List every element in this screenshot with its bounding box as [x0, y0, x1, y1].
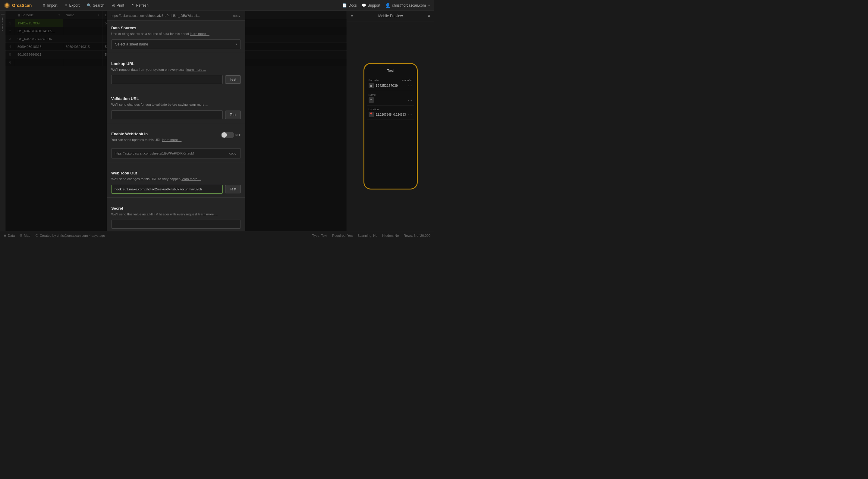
webhook-in-toggle-switch[interactable]: OFF	[221, 132, 241, 138]
settings-modal: https://api.orcascan.com/sheets/dz6-dPmH…	[107, 11, 245, 231]
webhook-out-input[interactable]	[111, 185, 223, 194]
sheet-name-select-wrapper: Select a sheet name	[111, 39, 241, 49]
mobile-preview-area: Test Barcode scanning ▦ 194252157039 ···	[347, 21, 434, 231]
webhook-out-test-button[interactable]: Test	[225, 185, 241, 193]
phone-location-label: Location	[369, 108, 379, 111]
docs-icon: 📄	[342, 3, 347, 7]
clock-icon: ⏱	[35, 234, 38, 237]
webhook-in-toggle-label: OFF	[236, 133, 241, 136]
phone-field-name: Name T ···	[367, 91, 414, 105]
support-icon: 💬	[362, 3, 366, 7]
modal-footer: Save Cancel	[107, 229, 245, 231]
secret-desc: We'll send this value as a HTTP header w…	[111, 212, 241, 217]
docs-label: Docs	[348, 3, 356, 7]
name-field-icon: T	[369, 97, 374, 103]
data-sources-learn-more[interactable]: learn more ...	[190, 32, 210, 36]
validation-url-title: Validation URL	[111, 96, 241, 101]
lookup-url-learn-more[interactable]: learn more ...	[187, 68, 206, 71]
type-label: Type: Text	[312, 234, 327, 237]
docs-button[interactable]: 📄 Docs	[342, 3, 356, 7]
data-sources-section: Data Sources Use existing sheets as a so…	[107, 21, 245, 49]
phone-field-location: Location 📍 52.2207848, 0.224683 ···	[367, 105, 414, 120]
webhook-out-section: WebHook Out We'll send changes to this U…	[107, 166, 245, 194]
map-label: Map	[24, 234, 30, 237]
search-button[interactable]: 🔍 Search	[83, 2, 108, 9]
name-field-dots: ···	[408, 98, 412, 102]
webhook-out-desc: We'll send changes to this URL as they h…	[111, 177, 241, 182]
user-email: chris@orcascan.com	[392, 3, 426, 7]
topbar-right: 📄 Docs 💬 Support 👤 chris@orcascan.com ▼	[342, 3, 430, 8]
print-button[interactable]: 🖨 Print	[108, 2, 128, 9]
created-by-label: Created by chris@orcascan.com 4 days ago	[40, 234, 105, 237]
export-icon: ⬇	[64, 3, 67, 7]
phone-barcode-label: Barcode	[369, 79, 379, 82]
phone-location-value: 52.2207848, 0.224683	[376, 113, 406, 116]
support-button[interactable]: 💬 Support	[362, 3, 380, 7]
webhook-in-toggle-row: Enable WebHook In You can send updates t…	[111, 132, 241, 146]
topbar-actions: ⬆ Import ⬇ Export 🔍 Search 🖨 Print ↻ Ref…	[39, 2, 342, 9]
webhook-in-url-bar: https://api.orcascan.com/sheets/dz6-dPmH…	[107, 11, 245, 21]
webhook-in-url-text: https://api.orcascan.com/sheets/dz6-dPmH…	[111, 14, 230, 18]
webhook-in-url-display: https://api.orcascan.com/sheets/1I9WPeR8…	[111, 148, 241, 158]
sidebar: BARCODES	[0, 11, 5, 231]
user-dropdown-icon: ▼	[428, 4, 430, 7]
phone-barcode-value: 194252157039	[376, 84, 398, 87]
lookup-url-input[interactable]	[111, 75, 223, 84]
validation-url-test-button[interactable]: Test	[225, 110, 241, 119]
data-sources-title: Data Sources	[111, 26, 241, 30]
map-icon: ◎	[20, 233, 23, 237]
webhook-out-title: WebHook Out	[111, 171, 241, 175]
barcode-field-dots: ···	[408, 83, 412, 88]
secret-input[interactable]	[111, 220, 241, 229]
refresh-button[interactable]: ↻ Refresh	[128, 2, 152, 9]
print-icon: 🖨	[112, 3, 115, 7]
secret-learn-more[interactable]: learn more ...	[198, 213, 218, 216]
refresh-label: Refresh	[136, 3, 149, 7]
mobile-preview-header: ▼ Mobile Preview ×	[347, 11, 434, 21]
user-info[interactable]: 👤 chris@orcascan.com ▼	[385, 3, 430, 8]
sheet-name-select[interactable]: Select a sheet name	[111, 39, 241, 49]
chevron-down-icon: ▼	[350, 14, 353, 18]
validation-url-learn-more[interactable]: learn more ...	[189, 103, 208, 106]
copy-webhook-in-url-button[interactable]: copy	[232, 13, 241, 18]
lookup-url-test-button[interactable]: Test	[225, 75, 241, 84]
data-label: Data	[8, 234, 15, 237]
statusbar-map[interactable]: ◎ Map	[20, 233, 30, 237]
webhook-in-toggle-track[interactable]	[221, 132, 234, 138]
refresh-icon: ↻	[131, 3, 134, 7]
phone-name-label: Name	[369, 93, 376, 96]
webhook-in-url-value: https://api.orcascan.com/sheets/1I9WPeR8…	[115, 152, 226, 155]
webhook-in-title: Enable WebHook In	[111, 132, 217, 136]
print-label: Print	[117, 3, 124, 7]
statusbar-right: Type: Text Required: Yes Scanning: No Hi…	[312, 234, 430, 237]
statusbar: ☰ Data ◎ Map ⏱ Created by chris@orcascan…	[0, 231, 434, 240]
validation-url-input[interactable]	[111, 110, 223, 119]
copy-webhook-in-button[interactable]: copy	[228, 151, 238, 156]
export-button[interactable]: ⬇ Export	[61, 2, 83, 9]
lookup-url-section: Lookup URL We'll request data from your …	[107, 57, 245, 84]
webhook-out-learn-more[interactable]: learn more ...	[181, 177, 201, 181]
user-avatar: 👤	[385, 3, 390, 8]
app-name: OrcaScan	[12, 3, 32, 8]
location-field-icon: 📍	[369, 112, 374, 117]
webhook-in-learn-more[interactable]: learn more ...	[162, 138, 182, 141]
webhook-in-section: Enable WebHook In You can send updates t…	[107, 127, 245, 159]
data-icon: ☰	[4, 233, 7, 237]
topbar: OrcaScan ⬆ Import ⬇ Export 🔍 Search 🖨 Pr…	[0, 0, 434, 11]
search-label: Search	[93, 3, 104, 7]
export-label: Export	[69, 3, 80, 7]
import-icon: ⬆	[42, 3, 45, 7]
statusbar-data[interactable]: ☰ Data	[4, 233, 15, 237]
scanning-label: Scanning: No	[358, 234, 377, 237]
phone-field-barcode: Barcode scanning ▦ 194252157039 ···	[367, 76, 414, 91]
close-preview-button[interactable]: ×	[428, 13, 430, 19]
secret-section: Secret We'll send this value as a HTTP h…	[107, 201, 245, 229]
secret-title: Secret	[111, 206, 241, 211]
sidebar-barcode-label: BARCODES	[1, 18, 4, 31]
validation-url-desc: We'll send changes for you to validate b…	[111, 102, 241, 107]
webhook-out-input-group: Test	[111, 185, 241, 194]
support-label: Support	[368, 3, 380, 7]
lookup-url-input-group: Test	[111, 75, 241, 84]
main-area: BARCODES ▦ Barcode ▼ Name ▼ Location 1 1…	[0, 11, 434, 231]
import-button[interactable]: ⬆ Import	[39, 2, 61, 9]
